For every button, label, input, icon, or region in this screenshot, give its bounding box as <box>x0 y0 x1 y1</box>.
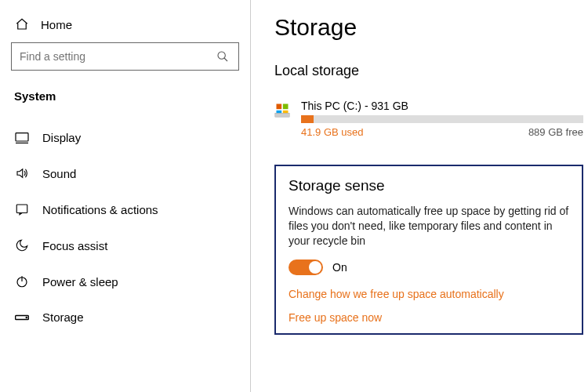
sidebar-item-display[interactable]: Display <box>8 120 242 155</box>
svg-line-1 <box>224 58 227 61</box>
local-storage-heading: Local storage <box>274 63 583 79</box>
sidebar-item-sound[interactable]: Sound <box>8 155 242 191</box>
sidebar-item-notifications[interactable]: Notifications & actions <box>8 191 242 227</box>
section-title-system: System <box>8 85 242 112</box>
sound-icon <box>14 166 30 180</box>
usage-labels: 41.9 GB used 889 GB free <box>301 126 583 138</box>
home-icon <box>14 17 30 31</box>
search-input-wrapper[interactable] <box>11 42 239 71</box>
svg-rect-9 <box>277 104 282 110</box>
storage-sense-title: Storage sense <box>289 177 569 194</box>
toggle-state-label: On <box>332 261 347 274</box>
sidebar-item-focus-assist[interactable]: Focus assist <box>8 227 242 263</box>
link-free-up-now[interactable]: Free up space now <box>289 311 569 324</box>
power-icon <box>14 274 30 289</box>
drive-icon <box>274 101 290 118</box>
home-label: Home <box>41 18 72 31</box>
storage-sense-toggle[interactable] <box>289 260 323 275</box>
page-title: Storage <box>274 14 583 41</box>
drive-row[interactable]: This PC (C:) - 931 GB 41.9 GB used 889 G… <box>274 100 583 138</box>
drive-info: This PC (C:) - 931 GB 41.9 GB used 889 G… <box>301 100 583 138</box>
free-label: 889 GB free <box>528 126 583 138</box>
sidebar-item-label: Storage <box>42 310 84 324</box>
focus-assist-icon <box>14 238 30 252</box>
drive-name: This PC (C:) - 931 GB <box>301 100 583 112</box>
svg-point-0 <box>218 52 225 59</box>
svg-point-8 <box>26 317 27 318</box>
storage-sense-desc: Windows can automatically free up space … <box>289 204 569 249</box>
toggle-knob <box>309 261 321 274</box>
sidebar: Home System Display Sound <box>0 0 251 392</box>
sidebar-item-label: Display <box>42 131 81 144</box>
sidebar-item-label: Focus assist <box>42 239 107 252</box>
usage-bar-fill <box>301 115 314 123</box>
search-input[interactable] <box>20 50 215 63</box>
storage-sense-toggle-row: On <box>289 260 569 275</box>
storage-icon <box>14 314 30 321</box>
svg-rect-10 <box>283 104 289 110</box>
home-button[interactable]: Home <box>8 14 242 42</box>
link-change-auto-free[interactable]: Change how we free up space automaticall… <box>289 288 569 300</box>
svg-rect-4 <box>16 205 27 213</box>
used-label: 41.9 GB used <box>301 126 364 138</box>
svg-rect-2 <box>16 132 28 140</box>
sidebar-item-label: Power & sleep <box>42 275 118 289</box>
sidebar-item-power-sleep[interactable]: Power & sleep <box>8 263 242 299</box>
svg-rect-13 <box>275 113 289 117</box>
display-icon <box>14 132 30 144</box>
search-icon <box>215 50 230 63</box>
sidebar-item-label: Notifications & actions <box>42 203 158 216</box>
sidebar-item-storage[interactable]: Storage <box>8 299 242 335</box>
sidebar-item-label: Sound <box>42 167 76 180</box>
notifications-icon <box>14 202 30 216</box>
usage-bar <box>301 115 583 123</box>
nav-list: Display Sound Notifications & actions <box>8 120 242 335</box>
main-panel: Storage Local storage This PC (C:) - 931… <box>251 0 588 392</box>
storage-sense-box: Storage sense Windows can automatically … <box>274 165 583 335</box>
